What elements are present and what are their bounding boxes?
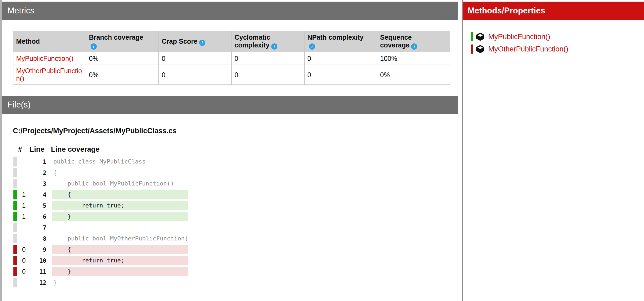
cube-icon xyxy=(476,45,484,53)
line-number: 1 xyxy=(31,158,46,165)
line-number: 2 xyxy=(31,169,46,176)
metrics-column-label: Crap Score xyxy=(162,38,197,45)
metrics-table: MethodBranch coverageiCrap ScoreiCycloma… xyxy=(13,31,450,85)
metrics-table-row: MyPublicFunction()0%000100% xyxy=(13,52,450,65)
hits-column-header: # xyxy=(13,145,27,154)
line-number: 8 xyxy=(31,235,46,242)
line-number: 12 xyxy=(31,279,46,286)
file-path: C:/Projects/MyProject/Assets/MyPublicCla… xyxy=(13,127,458,135)
line-number: 10 xyxy=(31,257,46,264)
code-text: return true; xyxy=(52,201,188,210)
metrics-column-label: Cyclomatic complexity xyxy=(234,34,270,49)
metrics-column-header: NPath complexityi xyxy=(304,31,377,52)
coverage-indicator-bar xyxy=(13,245,17,254)
metric-value-cell: 0 xyxy=(232,65,304,85)
method-status-bar xyxy=(471,32,473,41)
coverage-indicator-bar xyxy=(13,179,17,188)
files-section-header: File(s) xyxy=(2,96,458,114)
method-nav-item[interactable]: MyOtherPublicFunction() xyxy=(463,43,644,55)
main-content: Metrics MethodBranch coverageiCrap Score… xyxy=(2,0,458,289)
cube-icon xyxy=(476,33,484,41)
method-nav-item[interactable]: MyPublicFunction() xyxy=(463,31,644,43)
window-edge-strip xyxy=(0,0,2,301)
metric-value-cell: 0 xyxy=(159,52,232,65)
method-name-cell: MyPublicFunction() xyxy=(13,52,86,65)
method-nav-label: MyPublicFunction() xyxy=(488,33,550,41)
code-text: { xyxy=(52,168,188,177)
metrics-column-label: Method xyxy=(16,38,40,45)
methods-sidebar: Methods/Properties MyPublicFunction()MyO… xyxy=(462,0,644,301)
hit-count: 1 xyxy=(17,202,31,209)
coverage-indicator-bar xyxy=(13,256,17,265)
hit-count: 0 xyxy=(17,257,31,264)
code-text: public bool MyPublicFunction() xyxy=(52,179,188,188)
code-line-row: 010 return true; xyxy=(13,256,458,265)
hit-count: 1 xyxy=(17,191,31,198)
metrics-column-header: Branch coveragei xyxy=(86,31,159,52)
code-line-row: 12} xyxy=(13,278,458,287)
line-coverage-column-header: Line coverage xyxy=(51,145,100,154)
coverage-indicator-bar xyxy=(13,212,17,221)
metric-value-cell: 100% xyxy=(377,52,450,65)
metrics-table-row: MyOtherPublicFunction()0%0000% xyxy=(13,65,450,85)
metrics-column-header: Crap Scorei xyxy=(159,31,232,52)
code-line-row: 7 xyxy=(13,223,458,232)
code-text: { xyxy=(52,190,188,199)
code-line-row: 1public class MyPublicClass xyxy=(13,157,458,166)
info-icon[interactable]: i xyxy=(411,43,417,50)
metric-value-cell: 0 xyxy=(159,65,232,85)
hit-count: 0 xyxy=(17,268,31,275)
metrics-column-header: Sequence coveragei xyxy=(377,31,450,52)
code-text: } xyxy=(52,212,188,221)
metrics-column-header: Cyclomatic complexityi xyxy=(232,31,304,52)
code-text: return true; xyxy=(52,256,188,265)
metric-value-cell: 0 xyxy=(232,52,304,65)
code-text: public bool MyOtherPublicFunction() xyxy=(52,234,188,243)
hit-count: 0 xyxy=(17,246,31,253)
method-status-bar xyxy=(471,44,473,54)
info-icon[interactable]: i xyxy=(91,43,97,50)
metric-value-cell: 0 xyxy=(304,65,377,85)
info-icon[interactable]: i xyxy=(271,43,277,50)
coverage-indicator-bar xyxy=(13,278,17,287)
line-number: 4 xyxy=(31,191,46,198)
coverage-indicator-bar xyxy=(13,201,17,210)
metric-value-cell: 0 xyxy=(304,52,377,65)
metric-value-cell: 0% xyxy=(86,52,159,65)
metrics-column-label: NPath complexity xyxy=(307,34,364,41)
code-line-row: 011 } xyxy=(13,267,458,276)
methods-sidebar-header: Methods/Properties xyxy=(463,2,644,20)
code-text: { xyxy=(52,245,188,254)
method-nav-label: MyOtherPublicFunction() xyxy=(488,45,568,53)
line-column-header: Line xyxy=(27,145,44,154)
method-link[interactable]: MyPublicFunction() xyxy=(16,55,73,62)
code-line-row: 15 return true; xyxy=(13,201,458,210)
code-line-row: 8 public bool MyOtherPublicFunction() xyxy=(13,234,458,243)
coverage-indicator-bar xyxy=(13,223,17,232)
source-code-listing: 1public class MyPublicClass2{3 public bo… xyxy=(2,157,458,287)
metric-value-cell: 0% xyxy=(377,65,450,85)
metrics-column-label: Branch coverage xyxy=(89,34,143,41)
method-name-cell: MyOtherPublicFunction() xyxy=(13,65,86,85)
line-number: 5 xyxy=(31,202,46,209)
code-text: public class MyPublicClass xyxy=(52,157,188,166)
coverage-indicator-bar xyxy=(13,157,17,166)
code-text: } xyxy=(52,278,188,287)
metric-value-cell: 0% xyxy=(86,65,159,85)
code-line-row: 14 { xyxy=(13,190,458,199)
method-link[interactable]: MyOtherPublicFunction() xyxy=(16,67,82,82)
coverage-indicator-bar xyxy=(13,234,17,243)
line-number: 7 xyxy=(31,224,46,231)
coverage-indicator-bar xyxy=(13,168,17,177)
hit-count: 1 xyxy=(17,213,31,220)
code-line-row: 2{ xyxy=(13,168,458,177)
metrics-column-label: Sequence coverage xyxy=(380,34,412,49)
code-text xyxy=(52,223,188,232)
code-line-row: 3 public bool MyPublicFunction() xyxy=(13,179,458,188)
info-icon[interactable]: i xyxy=(309,43,315,50)
line-number: 9 xyxy=(31,246,46,253)
info-icon[interactable]: i xyxy=(199,40,205,46)
line-number: 3 xyxy=(31,180,46,187)
metrics-section-header: Metrics xyxy=(2,2,458,20)
line-number: 6 xyxy=(31,213,46,220)
